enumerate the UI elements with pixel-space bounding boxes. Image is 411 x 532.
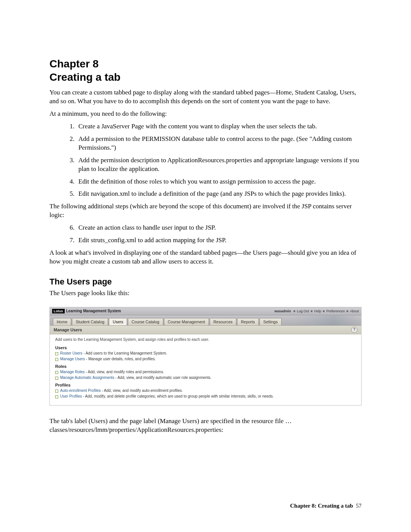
minimum-lead: At a minimum, you need to do the followi…: [49, 110, 362, 118]
help-icon[interactable]: ?: [351, 327, 357, 333]
tab-settings[interactable]: Settings: [260, 318, 282, 325]
link-logout[interactable]: Log Out: [297, 309, 309, 313]
link-desc: - Add users to the Learning Management S…: [82, 351, 167, 355]
link-preferences[interactable]: Preferences: [327, 309, 345, 313]
tab-users[interactable]: Users: [109, 318, 127, 325]
chapter-heading: Chapter 8 Creating a tab: [49, 57, 362, 84]
bullet-icon: [55, 358, 58, 361]
chapter-number: Chapter 8: [49, 58, 99, 70]
list-item: Manage Users - Manage user details, role…: [55, 357, 356, 361]
section-users-page-title: The Users page: [49, 277, 362, 287]
after-screenshot-paragraph: The tab's label (Users) and the page lab…: [49, 417, 362, 435]
app-titlebar: Lotus Learning Management System wasadmi…: [50, 307, 361, 315]
tab-reports[interactable]: Reports: [237, 318, 259, 325]
link-desc: - Add, view, and modify auto-enrollment …: [101, 388, 183, 393]
step-item: Edit struts_config.xml to add action map…: [76, 236, 362, 245]
link-desc: - Add, view, and modify roles and permis…: [84, 370, 164, 374]
closing-paragraph: A look at what's involved in displaying …: [49, 249, 362, 266]
section-users-page-lead: The Users page looks like this:: [49, 289, 362, 298]
page-footer: Chapter 8: Creating a tab 57: [290, 503, 362, 509]
link-user-profiles[interactable]: User Profiles: [60, 394, 82, 398]
separator-icon: ■: [346, 309, 348, 313]
panel-title: Manage Users: [54, 328, 82, 332]
group-title-roles: Roles: [55, 364, 356, 369]
bullet-icon: [55, 395, 58, 398]
step-item: Edit the definition of those roles to wh…: [76, 177, 362, 186]
panel-header: Manage Users ?: [50, 326, 361, 334]
bullet-icon: [55, 377, 58, 380]
step-item: Add the permission description to Applic…: [76, 156, 362, 174]
tab-course-catalog[interactable]: Course Catalog: [128, 318, 163, 325]
footer-chapter-label: Chapter 8: Creating a tab: [290, 503, 353, 509]
current-user: wasadmin: [274, 309, 291, 313]
list-item: Roster Users - Add users to the Learning…: [55, 351, 356, 355]
list-item: Manage Automatic Assignments - Add, view…: [55, 375, 356, 380]
tab-home[interactable]: Home: [53, 318, 71, 325]
users-page-screenshot: Lotus Learning Management System wasadmi…: [49, 307, 362, 406]
link-manage-users[interactable]: Manage Users: [60, 357, 85, 361]
decorative-swoosh: [293, 315, 361, 325]
topbar-right: wasadmin ■ Log Out ■ Help ■ Preferences …: [274, 309, 359, 313]
steps-list-b: Create an action class to handle user in…: [49, 224, 362, 245]
bullet-icon: [55, 371, 58, 374]
list-item: User Profiles - Add, modify, and delete …: [55, 394, 356, 398]
link-desc: - Add, view, and modify automatic user r…: [114, 375, 211, 380]
group-title-profiles: Profiles: [55, 383, 356, 387]
separator-icon: ■: [293, 309, 295, 313]
step-item: Create a JavaServer Page with the conten…: [76, 122, 362, 131]
bullet-icon: [55, 390, 58, 393]
steps-list-a: Create a JavaServer Page with the conten…: [49, 122, 362, 199]
bullet-icon: [55, 352, 58, 355]
step-item: Edit navigation.xml to include a definit…: [76, 190, 362, 198]
intro-paragraph: You can create a custom tabbed page to d…: [49, 88, 362, 106]
link-desc: - Manage user details, roles, and profil…: [85, 357, 156, 361]
tab-student-catalog[interactable]: Student Catalog: [72, 318, 108, 325]
panel-lead: Add users to the Learning Management Sys…: [55, 337, 356, 342]
brand-badge: Lotus: [52, 309, 65, 313]
link-roster-users[interactable]: Roster Users: [60, 351, 82, 355]
additional-lead: The following additional steps (which ar…: [49, 202, 362, 220]
link-about[interactable]: About: [350, 309, 359, 313]
footer-page-number: 57: [356, 503, 362, 509]
tab-bar: Home Student Catalog Users Course Catalo…: [50, 315, 361, 326]
step-item: Create an action class to handle user in…: [76, 224, 362, 232]
step-item: Add a permission to the PERMISSION datab…: [76, 135, 362, 152]
list-item: Auto-enrollment Profiles - Add, view, an…: [55, 388, 356, 393]
panel-body: Add users to the Learning Management Sys…: [50, 334, 361, 405]
link-manage-automatic-assignments[interactable]: Manage Automatic Assignments: [60, 375, 114, 380]
link-help[interactable]: Help: [314, 309, 322, 313]
group-title-users: Users: [55, 345, 356, 350]
tab-resources[interactable]: Resources: [210, 318, 236, 325]
separator-icon: ■: [311, 309, 312, 313]
tab-course-management[interactable]: Course Management: [164, 318, 209, 325]
separator-icon: ■: [323, 309, 325, 313]
link-manage-roles[interactable]: Manage Roles: [60, 370, 84, 374]
list-item: Manage Roles - Add, view, and modify rol…: [55, 370, 356, 374]
link-desc: - Add, modify, and delete profile catego…: [82, 394, 274, 398]
product-name: Learning Management System: [66, 309, 121, 313]
chapter-title-text: Creating a tab: [49, 71, 121, 83]
link-auto-enrollment-profiles[interactable]: Auto-enrollment Profiles: [60, 388, 101, 393]
